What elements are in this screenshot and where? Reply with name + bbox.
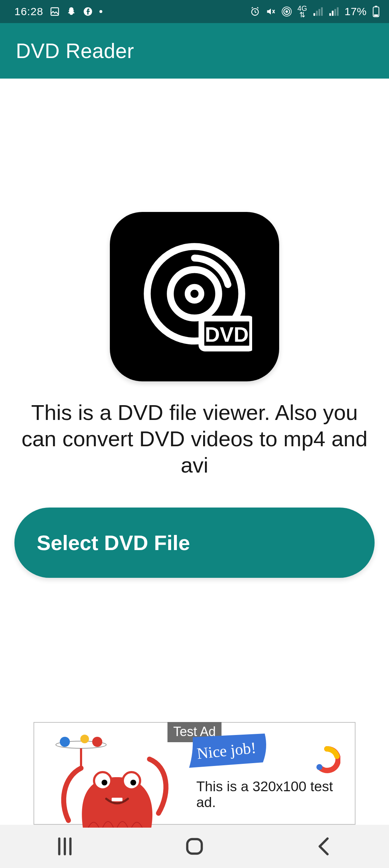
select-dvd-button[interactable]: Select DVD File bbox=[14, 508, 375, 578]
snapchat-icon bbox=[66, 6, 76, 17]
app-title: DVD Reader bbox=[16, 39, 134, 63]
ad-banner[interactable]: Test Ad bbox=[33, 722, 356, 825]
svg-rect-7 bbox=[375, 6, 377, 7]
admob-logo-icon bbox=[313, 746, 340, 773]
description-text: This is a DVD file viewer. Also you can … bbox=[14, 399, 375, 479]
svg-point-22 bbox=[316, 764, 322, 770]
network-type-label: 4G bbox=[298, 4, 307, 12]
facebook-icon bbox=[83, 6, 93, 17]
ad-flag: Nice job! bbox=[189, 734, 268, 782]
ad-message: This is a 320x100 test ad. bbox=[196, 779, 355, 810]
signal-icon-2 bbox=[328, 6, 339, 17]
svg-point-20 bbox=[130, 780, 136, 785]
alarm-icon bbox=[250, 6, 260, 17]
nav-recents-button[interactable] bbox=[52, 834, 77, 859]
svg-rect-0 bbox=[51, 8, 59, 15]
image-icon bbox=[50, 6, 60, 17]
svg-point-18 bbox=[102, 780, 107, 785]
status-bar-left: 16:28 bbox=[14, 5, 102, 18]
svg-rect-21 bbox=[112, 798, 122, 801]
status-bar-right: 4G⇅ 17% bbox=[250, 5, 380, 18]
android-nav-bar bbox=[0, 825, 389, 868]
svg-point-16 bbox=[92, 737, 102, 747]
signal-icon bbox=[313, 6, 323, 17]
svg-point-14 bbox=[60, 737, 70, 747]
nav-back-button[interactable] bbox=[312, 834, 337, 859]
app-bar: DVD Reader bbox=[0, 23, 389, 79]
svg-point-3 bbox=[285, 10, 288, 13]
main-content: DVD This is a DVD file viewer. Also you … bbox=[0, 79, 389, 825]
status-time: 16:28 bbox=[14, 5, 43, 18]
svg-point-11 bbox=[188, 287, 201, 301]
mute-icon bbox=[266, 6, 276, 17]
dvd-disc-icon: DVD bbox=[110, 212, 279, 381]
nav-home-button[interactable] bbox=[182, 834, 207, 859]
more-dot-icon bbox=[99, 10, 102, 13]
ad-character-icon bbox=[49, 734, 171, 828]
svg-rect-23 bbox=[187, 839, 202, 854]
battery-icon bbox=[372, 6, 380, 17]
android-status-bar: 16:28 4G⇅ bbox=[0, 0, 389, 23]
hotspot-icon bbox=[282, 6, 292, 17]
select-dvd-label: Select DVD File bbox=[37, 531, 190, 555]
network-type-icon: 4G⇅ bbox=[298, 5, 307, 18]
svg-point-15 bbox=[80, 735, 89, 743]
app-logo-wrap: DVD bbox=[110, 212, 279, 381]
svg-rect-8 bbox=[374, 14, 378, 16]
dvd-badge-text: DVD bbox=[205, 323, 249, 346]
battery-percent: 17% bbox=[344, 5, 367, 18]
svg-point-10 bbox=[170, 270, 219, 318]
